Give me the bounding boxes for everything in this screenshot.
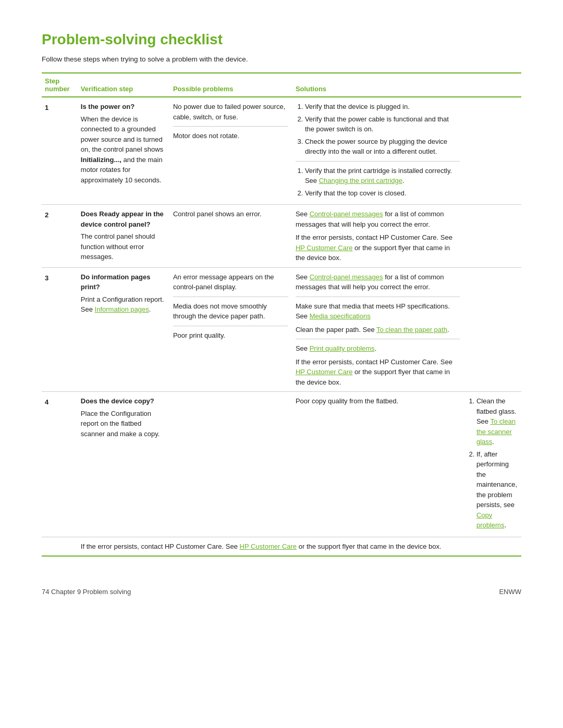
solutions-cell: Clean the flatbed glass. See To clean th… [464,392,521,537]
verification-link[interactable]: Information pages [95,305,149,313]
verification-body: Place the Configuration report on the fl… [81,409,166,439]
table-row: 3Do information pages print?Print a Conf… [42,267,521,392]
verification-title: Does the device copy? [81,396,166,406]
problem-block: Media does not move smoothly through the… [173,297,288,322]
solution-text: Clean the paper path. See To clean the p… [296,325,460,335]
step-number: 3 [42,267,78,392]
solutions-cell: Verify that the device is plugged in.Ver… [292,97,464,205]
intro-text: Follow these steps when trying to solve … [42,55,521,63]
solution-block: Verify that the device is plugged in.Ver… [296,102,460,157]
footer-left: 74 Chapter 9 Problem solving [42,588,131,596]
problems-cell: Control panel shows an error. [170,205,292,268]
solution-list: Verify that the print cartridge is insta… [296,166,460,199]
solution-link[interactable]: Changing the print cartridge [319,177,402,184]
solution-text: See Control-panel messages for a list of… [296,272,460,292]
solution-link[interactable]: Print quality problems [310,344,375,352]
footer-note: If the error persists, contact HP Custom… [78,537,464,556]
verification-cell: Do information pages print?Print a Confi… [78,267,170,392]
solution-link[interactable]: To clean the scanner glass [476,417,516,446]
verification-cell: Does the device copy?Place the Configura… [78,392,170,537]
step-number: 1 [42,97,78,205]
solution-list: Clean the flatbed glass. See To clean th… [467,396,517,530]
verification-cell: Is the power on?When the device is conne… [78,97,170,205]
list-item: Verify that the top cover is closed. [305,188,460,199]
solution-link[interactable]: Media specifications [310,312,371,320]
step-number [170,392,292,537]
verification-body: Print a Configuration report. See Inform… [81,294,166,315]
list-item: If, after performing the maintenance, th… [476,449,517,530]
problems-cell: No power due to failed power source, cab… [170,97,292,205]
solution-block: See Control-panel messages for a list of… [296,272,460,292]
problem-block: Poor copy quality from the flatbed. [296,396,460,406]
step-number: 2 [42,205,78,268]
col-header-verification: Verification step [78,73,170,97]
solution-text: If the error persists, contact HP Custom… [296,232,460,263]
verification-body: The control panel should function withou… [81,231,166,262]
list-item: Verify that the device is plugged in. [305,102,460,112]
verification-title: Is the power on? [81,102,166,112]
table-row: 4Does the device copy?Place the Configur… [42,392,521,537]
col-header-step: Step number [42,73,78,97]
verification-title: Do information pages print? [81,272,166,292]
verification-cell: Does Ready appear in the device control … [78,205,170,268]
solution-block: Make sure that media that meets HP speci… [296,297,460,335]
table-row: 1Is the power on?When the device is conn… [42,97,521,205]
problem-block: Control panel shows an error. [173,209,288,219]
checklist-table: Step number Verification step Possible p… [42,72,521,557]
footer-note-link[interactable]: HP Customer Care [240,542,297,550]
solution-text: Make sure that media that meets HP speci… [296,301,460,322]
solution-block: See Control-panel messages for a list of… [296,209,460,263]
table-row: 2Does Ready appear in the device control… [42,205,521,268]
page-footer: 74 Chapter 9 Problem solving ENWW [42,588,521,596]
solution-link[interactable]: Control-panel messages [310,210,383,218]
page-title: Problem-solving checklist [42,31,521,48]
solution-block: Clean the flatbed glass. See To clean th… [467,396,517,530]
footer-right: ENWW [499,588,521,596]
step-number: 4 [42,392,78,537]
problem-block: No power due to failed power source, cab… [173,102,288,122]
col-header-problems: Possible problems [170,73,292,97]
solution-text: See Print quality problems. [296,343,460,354]
solution-link[interactable]: Copy problems [476,511,504,529]
problem-block: Motor does not rotate. [173,126,288,141]
verification-title: Does Ready appear in the device control … [81,209,166,229]
list-item: Clean the flatbed glass. See To clean th… [476,396,517,447]
table-header-row: Step number Verification step Possible p… [42,73,521,97]
problems-cell: An error message appears on the control-… [170,267,292,392]
solution-text: See Control-panel messages for a list of… [296,209,460,229]
solution-list: Verify that the device is plugged in.Ver… [296,102,460,157]
solution-block: See Print quality problems.If the error … [296,339,460,387]
problem-block: An error message appears on the control-… [173,272,288,292]
table-row-note: If the error persists, contact HP Custom… [42,537,521,556]
solutions-cell: See Control-panel messages for a list of… [292,267,464,392]
list-item: Verify that the power cable is functiona… [305,114,460,134]
list-item: Check the power source by plugging the d… [305,137,460,157]
solution-link[interactable]: To clean the paper path [376,326,447,334]
problems-cell: Poor copy quality from the flatbed. [292,392,464,537]
solution-text: If the error persists, contact HP Custom… [296,357,460,388]
list-item: Verify that the print cartridge is insta… [305,166,460,186]
solution-link[interactable]: Control-panel messages [310,273,383,281]
solution-block: Verify that the print cartridge is insta… [296,161,460,199]
verification-body: When the device is connected to a ground… [81,114,166,186]
solution-link[interactable]: HP Customer Care [296,368,353,376]
problem-block: Poor print quality. [173,326,288,341]
col-header-solutions: Solutions [292,73,464,97]
solutions-cell: See Control-panel messages for a list of… [292,205,464,268]
solution-link[interactable]: HP Customer Care [296,244,353,252]
